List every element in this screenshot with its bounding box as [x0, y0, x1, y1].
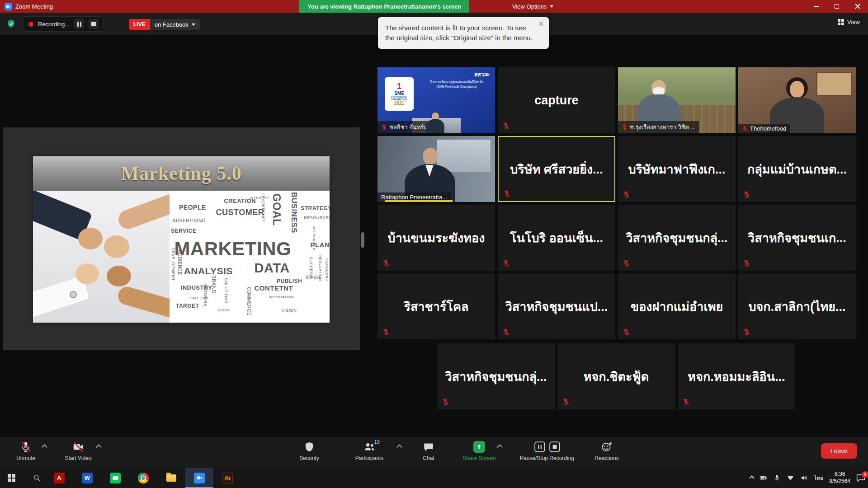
wordcloud-word: RESOURCES: [304, 216, 330, 220]
participant-tile[interactable]: ของฝากแม่อำเพย: [618, 273, 736, 339]
participant-video: สสว≫ กิจกรรมพัฒนาสู่สุดยอดเอสเอ็มอีจังหว…: [377, 67, 495, 133]
participant-tile[interactable]: หจก.ชิตะฟู้ด: [557, 343, 675, 409]
meeting-toolbar: Unmute Start Video Security 19 Participa…: [0, 437, 868, 468]
chat-button[interactable]: Chat: [408, 441, 449, 461]
participant-tile[interactable]: บริษัท ศรีสวยยิ่ง...: [498, 136, 615, 202]
live-destination-label: on Facebook: [155, 21, 189, 28]
participants-label: Participants: [355, 455, 384, 461]
participants-options-chevron-icon[interactable]: [396, 444, 402, 450]
participant-tile[interactable]: ริสาชาร์โคล: [377, 273, 495, 339]
language-indicator[interactable]: ไทย: [814, 474, 823, 482]
view-options-dropdown[interactable]: View Options: [512, 0, 553, 13]
participant-tile[interactable]: บริษัทมาฟาฟึงเก...: [618, 136, 736, 202]
wordcloud-word: SERVICE: [171, 228, 196, 234]
wordcloud-word: DEVELOPMENT: [171, 248, 175, 281]
unmute-button[interactable]: Unmute: [5, 441, 46, 461]
reactions-button[interactable]: Reactions: [586, 441, 627, 461]
security-button[interactable]: Security: [289, 441, 330, 461]
taskbar-app-line[interactable]: [101, 468, 129, 488]
participant-card-name: หจก.ชิตะฟู้ด: [557, 343, 675, 409]
taskbar-app-chrome[interactable]: [129, 468, 157, 488]
taskbar-search-button[interactable]: [25, 468, 48, 488]
window-controls: [806, 0, 868, 13]
participant-card-name: วิสาหกิจชุมชนเก...: [738, 205, 856, 271]
unmute-label: Unmute: [16, 455, 35, 461]
taskbar-app-word[interactable]: W: [73, 468, 101, 488]
label-muted-mic-icon: [622, 124, 627, 130]
notification-center-button[interactable]: 8: [856, 474, 865, 482]
gallery-view-button[interactable]: View: [838, 19, 860, 25]
participant-tile[interactable]: วิสาหกิจชุมชนแป...: [498, 273, 615, 339]
start-button[interactable]: [0, 468, 23, 488]
pause-recording-button[interactable]: [74, 19, 84, 29]
stop-recording-button[interactable]: [89, 19, 99, 29]
sme-number: 1: [397, 82, 401, 91]
tray-mic-icon[interactable]: [773, 474, 781, 482]
participant-tile[interactable]: Thehomefood: [738, 67, 856, 133]
minimize-icon: [814, 6, 819, 7]
maximize-button[interactable]: [826, 0, 847, 13]
chat-label: Chat: [423, 455, 434, 461]
close-button[interactable]: [847, 0, 868, 13]
tooltip-close-icon[interactable]: ✕: [538, 21, 544, 27]
participant-tile[interactable]: Rattaphon Praneetratta...: [377, 136, 495, 202]
sme-caption-line: (SME Provincial Champions): [422, 84, 491, 89]
taskbar-clock[interactable]: 8:36 8/5/2564: [829, 471, 850, 485]
wordcloud-word: AUDIENCE: [177, 250, 182, 275]
stop-recording-icon[interactable]: [549, 441, 561, 453]
leave-button[interactable]: Leave: [821, 443, 857, 459]
chrome-icon: [138, 473, 149, 483]
wordcloud-word: GOAL: [270, 193, 283, 225]
live-stream-pill[interactable]: LIVE on Facebook: [129, 19, 200, 30]
participant-tile[interactable]: สสว≫ กิจกรรมพัฒนาสู่สุดยอดเอสเอ็มอีจังหว…: [377, 67, 495, 133]
taskbar-app-acrobat[interactable]: A: [45, 468, 73, 488]
pause-recording-icon[interactable]: [534, 441, 546, 453]
corner-muted-mic-icon: [502, 328, 510, 336]
volume-icon[interactable]: [800, 474, 808, 482]
participants-button[interactable]: 19 Participants: [349, 441, 390, 461]
camera-off-icon: [72, 441, 84, 453]
tray-chevron-up-icon[interactable]: [750, 475, 755, 480]
wordcloud-word: PLAN: [310, 241, 330, 249]
person-head: [651, 80, 666, 96]
hands-photo: [33, 191, 170, 323]
participant-tile[interactable]: หจก.หอมมะลิอิน...: [678, 343, 795, 409]
participant-card-name: capture: [498, 67, 615, 133]
participant-card-name: หจก.หอมมะลิอิน...: [678, 343, 795, 409]
participant-tile[interactable]: วิสาหกิจชุมชนกลุ่...: [618, 205, 736, 271]
participant-tile[interactable]: ช.รุ่งเรืองยางพารา วิชิต ...: [618, 67, 736, 133]
search-icon: [33, 474, 41, 482]
participant-card-name: วิสาหกิจชุมชนกลุ่...: [437, 343, 555, 409]
pause-stop-recording-button[interactable]: Pause/Stop Recording: [509, 441, 585, 461]
participants-count-badge: 19: [374, 439, 380, 445]
participant-tile[interactable]: วิสาหกิจชุมชนกลุ่...: [437, 343, 555, 409]
participant-tile[interactable]: capture: [498, 67, 615, 133]
network-icon[interactable]: [787, 474, 794, 482]
system-tray: ไทย 8:36 8/5/2564 8: [750, 468, 865, 488]
corner-muted-mic-icon: [623, 328, 630, 336]
title-bar: Zoom Meeting You are viewing Rattaphon P…: [0, 0, 868, 13]
start-video-button[interactable]: Start Video: [58, 441, 99, 461]
content-gallery-divider[interactable]: [361, 232, 364, 248]
zoom-taskbar-icon: [194, 473, 205, 483]
participant-card-name: บริษัทมาฟาฟึงเก...: [618, 136, 736, 202]
wordcloud-word: CONTETNT: [255, 284, 293, 292]
participant-tile[interactable]: บ้านขนมระฆังทอง: [377, 205, 495, 271]
close-icon: [855, 4, 860, 9]
line-icon: [110, 473, 121, 483]
minimize-button[interactable]: [806, 0, 826, 13]
battery-icon[interactable]: [760, 474, 767, 482]
taskbar-app-illustrator[interactable]: Ai: [213, 468, 241, 488]
person-head: [786, 77, 808, 99]
live-destination[interactable]: on Facebook: [150, 19, 200, 30]
participant-tile[interactable]: บจก.สาลิกา(ไทย...: [738, 273, 856, 339]
participant-tile[interactable]: กลุ่มแม่บ้านเกษต...: [738, 136, 856, 202]
encryption-shield-icon[interactable]: [6, 19, 16, 28]
participant-tile[interactable]: วิสาหกิจชุมชนเก...: [738, 205, 856, 271]
taskbar-app-explorer[interactable]: [157, 468, 185, 488]
taskbar-app-zoom[interactable]: [185, 468, 213, 488]
wordcloud-word: TEAMWORK: [325, 258, 329, 281]
participant-tile[interactable]: โนโบริ ออนเซ็น...: [498, 205, 615, 271]
wordcloud-word: NETWORK: [203, 284, 208, 307]
share-screen-button[interactable]: Share Screen: [459, 441, 500, 461]
